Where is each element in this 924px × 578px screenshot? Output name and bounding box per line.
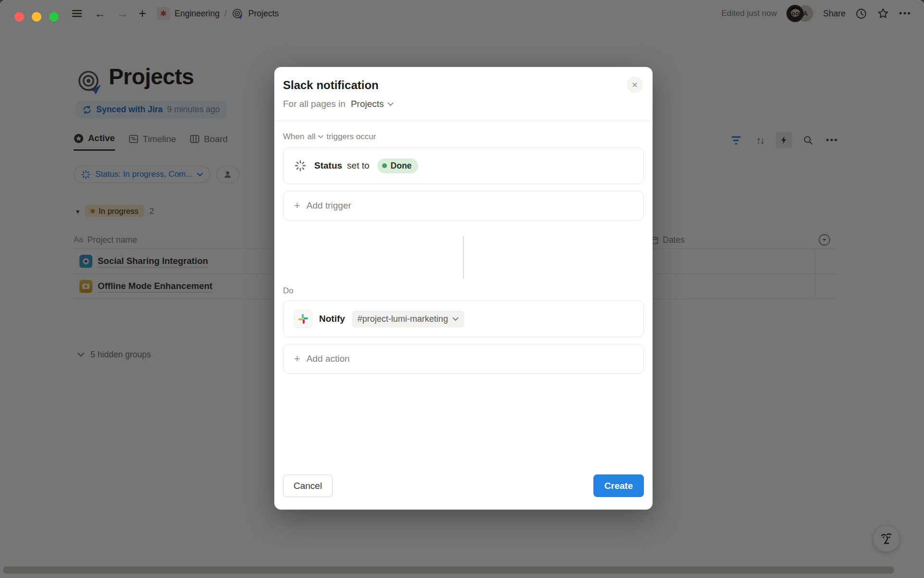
when-prefix: When: [283, 132, 304, 142]
modal-footer: Cancel Create: [283, 474, 644, 497]
create-button[interactable]: Create: [593, 474, 644, 497]
scope-prefix: For all pages in: [283, 99, 346, 109]
close-modal-button[interactable]: ×: [627, 77, 643, 93]
plus-icon: +: [294, 200, 300, 211]
chevron-down-icon: [452, 317, 459, 321]
add-action-label: Add action: [307, 354, 350, 364]
do-section-label: Do: [283, 286, 644, 296]
trigger-card[interactable]: Status set to Done: [283, 147, 644, 184]
app-window: ← → + ✱ Engineering / Projects: [0, 0, 924, 578]
chevron-down-icon[interactable]: [318, 135, 323, 139]
trigger-value: Done: [391, 161, 412, 171]
action-card[interactable]: Notify #project-lumi-marketing: [283, 301, 644, 337]
slack-channel-dropdown[interactable]: #project-lumi-marketing: [352, 311, 464, 328]
status-spinner-icon: [294, 159, 307, 172]
action-verb: Notify: [319, 314, 345, 324]
slack-logo-icon: [298, 314, 308, 324]
window-controls: [14, 12, 59, 22]
scope-page-dropdown[interactable]: Projects: [351, 99, 384, 109]
modal-title: Slack notification: [283, 79, 644, 92]
slack-app-icon: [294, 310, 312, 328]
trigger-property: Status: [314, 160, 342, 171]
plus-icon: +: [294, 354, 300, 364]
chevron-down-icon[interactable]: [387, 102, 394, 106]
slack-notification-modal: × Slack notification For all pages in Pr…: [274, 67, 653, 510]
cancel-button[interactable]: Cancel: [283, 474, 333, 497]
add-trigger-label: Add trigger: [307, 200, 351, 211]
add-trigger-button[interactable]: + Add trigger: [283, 191, 644, 221]
when-suffix: triggers occur: [326, 132, 376, 142]
scope-row: For all pages in Projects: [283, 99, 644, 109]
trigger-value-pill[interactable]: Done: [377, 158, 419, 173]
add-action-button[interactable]: + Add action: [283, 344, 644, 374]
minimize-window-button[interactable]: [32, 12, 41, 22]
slack-channel: #project-lumi-marketing: [358, 314, 448, 324]
when-triggers-row: When all triggers occur: [283, 132, 644, 142]
zoom-window-button[interactable]: [49, 12, 59, 22]
status-dot-icon: [382, 163, 387, 168]
trigger-verb: set to: [347, 160, 369, 171]
trigger-condition-dropdown[interactable]: all: [307, 132, 315, 142]
close-window-button[interactable]: [14, 12, 24, 22]
close-icon: ×: [632, 79, 638, 91]
flow-connector-line: [463, 236, 464, 278]
modal-divider: [274, 120, 653, 120]
